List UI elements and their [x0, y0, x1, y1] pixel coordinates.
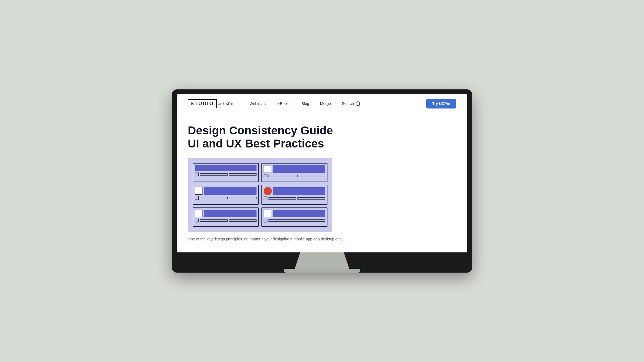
nav-blog[interactable]: Blog: [302, 101, 309, 106]
wf-line-3: [269, 175, 296, 177]
wf-card-3: [193, 185, 259, 205]
nav-search-label: Search: [342, 101, 354, 106]
wf-card-5: [193, 207, 259, 227]
nav-links: Webinars e-Books Blog Merge Search: [250, 101, 415, 106]
wireframe-grid: [188, 158, 332, 232]
logo-by-text: by: [218, 102, 222, 105]
wf-card-6: [261, 207, 327, 227]
nav-webinars[interactable]: Webinars: [250, 101, 266, 106]
wf-blue-4: [273, 187, 325, 195]
wf-sq-6: [264, 219, 267, 222]
wf-line-7: [269, 197, 296, 200]
wf-blue-1: [195, 165, 257, 171]
wf-card-4: [261, 185, 327, 205]
wf-blue-2: [273, 165, 325, 173]
monitor-base: [284, 269, 360, 273]
monitor-frame: STUDIO by UXPin Webinars e-Books Blog Me…: [172, 89, 472, 273]
wf-white-sq-3: [195, 187, 202, 195]
wf-sq-2: [264, 174, 267, 178]
wf-sq-4: [264, 197, 267, 200]
wf-sq-1: [195, 173, 199, 176]
wf-white-sq-5: [195, 210, 202, 217]
wf-line-8: [297, 197, 325, 200]
wf-card-3-row1: [195, 187, 257, 195]
wf-white-sq-2: [264, 165, 271, 173]
wf-row-lines-4: [264, 197, 325, 200]
navbar: STUDIO by UXPin Webinars e-Books Blog Me…: [177, 94, 467, 113]
wf-line-1: [200, 173, 228, 176]
wf-blue-5: [204, 210, 257, 217]
logo-uxpin-text: UXPin: [223, 102, 233, 106]
wf-card-4-row1: [264, 187, 325, 195]
wf-sq-5: [195, 219, 199, 222]
logo-studio-text: STUDIO: [188, 99, 217, 108]
wf-white-sq-6: [264, 210, 271, 217]
monitor-stand: [295, 252, 349, 269]
wf-card-2-row1: [264, 165, 325, 173]
hero-image: [188, 158, 332, 232]
wf-row-lines-5: [195, 219, 257, 222]
wf-row-lines-2: [264, 174, 325, 178]
nav-search[interactable]: Search: [342, 101, 360, 106]
wf-red-circle: [264, 187, 272, 195]
wf-row-lines-1: [195, 173, 257, 176]
wf-line-11: [269, 219, 325, 222]
search-icon: [356, 101, 360, 106]
main-content: Design Consistency Guide UI and UX Best …: [177, 113, 422, 250]
wf-line-6: [229, 197, 257, 199]
wf-row-lines-6: [264, 219, 325, 222]
wf-line-9: [200, 219, 228, 222]
wf-card-5-row1: [195, 210, 257, 217]
wf-line-4: [297, 175, 325, 177]
wf-line-2: [229, 173, 257, 176]
try-uxpin-button[interactable]: Try UXPin: [426, 99, 456, 108]
logo[interactable]: STUDIO by UXPin: [188, 99, 233, 108]
wf-sq-3: [195, 196, 199, 200]
wf-card-1: [193, 163, 259, 182]
wf-line-5: [200, 197, 228, 199]
wf-card-2: [261, 163, 327, 182]
wf-line-10: [229, 219, 257, 222]
article-excerpt: One of the key design principles, no mat…: [188, 236, 351, 242]
nav-merge[interactable]: Merge: [320, 101, 331, 106]
wf-card-6-row1: [264, 210, 325, 217]
article-title: Design Consistency Guide UI and UX Best …: [188, 124, 346, 150]
monitor-screen: STUDIO by UXPin Webinars e-Books Blog Me…: [177, 94, 467, 252]
wf-row-lines-3: [195, 196, 257, 200]
wf-blue-6: [273, 210, 325, 217]
wf-blue-3: [204, 187, 257, 195]
nav-ebooks[interactable]: e-Books: [276, 101, 290, 106]
wf-card-1-row1: [195, 165, 257, 171]
